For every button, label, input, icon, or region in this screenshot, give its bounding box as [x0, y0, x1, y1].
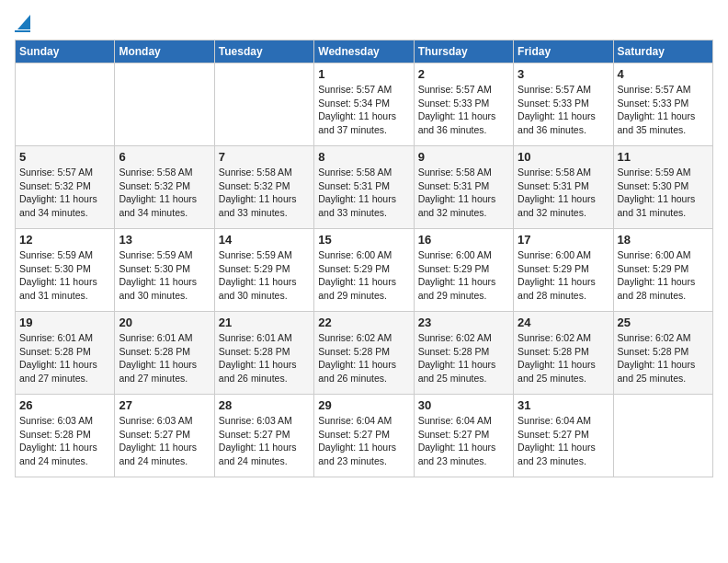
day-info: Sunrise: 6:03 AM Sunset: 5:28 PM Dayligh… [19, 414, 110, 468]
day-number: 24 [518, 316, 609, 329]
calendar-cell: 2Sunrise: 5:57 AM Sunset: 5:33 PM Daylig… [414, 63, 513, 146]
calendar-cell: 28Sunrise: 6:03 AM Sunset: 5:27 PM Dayli… [214, 395, 313, 477]
day-number: 21 [219, 316, 310, 329]
day-info: Sunrise: 6:00 AM Sunset: 5:29 PM Dayligh… [618, 248, 709, 303]
day-info: Sunrise: 5:59 AM Sunset: 5:30 PM Dayligh… [19, 248, 110, 303]
calendar-cell: 25Sunrise: 6:02 AM Sunset: 5:28 PM Dayli… [613, 312, 712, 395]
day-number: 9 [418, 150, 509, 164]
day-number: 14 [219, 233, 310, 247]
day-number: 2 [418, 67, 509, 81]
calendar-cell: 18Sunrise: 6:00 AM Sunset: 5:29 PM Dayli… [613, 229, 712, 312]
calendar-cell: 24Sunrise: 6:02 AM Sunset: 5:28 PM Dayli… [514, 312, 613, 395]
day-info: Sunrise: 6:01 AM Sunset: 5:28 PM Dayligh… [219, 331, 310, 385]
day-info: Sunrise: 6:02 AM Sunset: 5:28 PM Dayligh… [318, 331, 409, 385]
day-info: Sunrise: 5:57 AM Sunset: 5:33 PM Dayligh… [418, 83, 509, 137]
day-info: Sunrise: 5:57 AM Sunset: 5:34 PM Dayligh… [318, 83, 409, 137]
day-info: Sunrise: 5:58 AM Sunset: 5:31 PM Dayligh… [318, 166, 409, 220]
calendar-cell: 5Sunrise: 5:57 AM Sunset: 5:32 PM Daylig… [16, 146, 115, 229]
calendar-cell [115, 63, 214, 146]
calendar-cell: 13Sunrise: 5:59 AM Sunset: 5:30 PM Dayli… [115, 229, 214, 312]
calendar-week-row: 5Sunrise: 5:57 AM Sunset: 5:32 PM Daylig… [16, 146, 713, 229]
page-header [15, 15, 713, 32]
day-info: Sunrise: 5:58 AM Sunset: 5:31 PM Dayligh… [418, 166, 509, 220]
day-number: 31 [518, 398, 609, 412]
calendar-cell: 9Sunrise: 5:58 AM Sunset: 5:31 PM Daylig… [414, 146, 513, 229]
calendar-cell [214, 63, 313, 146]
day-info: Sunrise: 5:58 AM Sunset: 5:32 PM Dayligh… [119, 166, 210, 220]
day-info: Sunrise: 6:03 AM Sunset: 5:27 PM Dayligh… [119, 414, 210, 468]
day-number: 7 [219, 150, 310, 164]
day-number: 16 [418, 233, 509, 247]
calendar-cell: 10Sunrise: 5:58 AM Sunset: 5:31 PM Dayli… [514, 146, 613, 229]
calendar-header-row: SundayMondayTuesdayWednesdayThursdayFrid… [16, 40, 713, 63]
calendar-cell: 1Sunrise: 5:57 AM Sunset: 5:34 PM Daylig… [314, 63, 414, 146]
day-info: Sunrise: 6:02 AM Sunset: 5:28 PM Dayligh… [418, 331, 509, 385]
calendar-cell: 20Sunrise: 6:01 AM Sunset: 5:28 PM Dayli… [115, 312, 214, 395]
logo-underline [15, 30, 30, 32]
calendar-cell: 3Sunrise: 5:57 AM Sunset: 5:33 PM Daylig… [514, 63, 613, 146]
day-number: 18 [618, 233, 709, 247]
calendar-cell: 29Sunrise: 6:04 AM Sunset: 5:27 PM Dayli… [314, 395, 414, 477]
day-info: Sunrise: 5:58 AM Sunset: 5:32 PM Dayligh… [219, 166, 310, 220]
day-info: Sunrise: 5:57 AM Sunset: 5:33 PM Dayligh… [618, 83, 709, 137]
calendar-cell: 19Sunrise: 6:01 AM Sunset: 5:28 PM Dayli… [16, 312, 115, 395]
day-number: 20 [119, 316, 210, 329]
day-info: Sunrise: 6:03 AM Sunset: 5:27 PM Dayligh… [219, 414, 310, 468]
day-number: 1 [318, 67, 409, 81]
calendar-header-monday: Monday [115, 40, 214, 63]
calendar-header-tuesday: Tuesday [214, 40, 313, 63]
logo-arrow-icon [17, 15, 30, 29]
calendar-cell [16, 63, 115, 146]
day-info: Sunrise: 5:59 AM Sunset: 5:30 PM Dayligh… [618, 166, 709, 220]
calendar-header-thursday: Thursday [414, 40, 513, 63]
calendar-cell: 15Sunrise: 6:00 AM Sunset: 5:29 PM Dayli… [314, 229, 414, 312]
day-info: Sunrise: 6:04 AM Sunset: 5:27 PM Dayligh… [318, 414, 409, 468]
day-info: Sunrise: 6:00 AM Sunset: 5:29 PM Dayligh… [318, 248, 409, 303]
day-info: Sunrise: 5:57 AM Sunset: 5:32 PM Dayligh… [19, 166, 110, 220]
calendar-week-row: 12Sunrise: 5:59 AM Sunset: 5:30 PM Dayli… [16, 229, 713, 312]
day-number: 3 [518, 67, 609, 81]
day-number: 10 [518, 150, 609, 164]
day-info: Sunrise: 6:04 AM Sunset: 5:27 PM Dayligh… [418, 414, 509, 468]
calendar-cell: 26Sunrise: 6:03 AM Sunset: 5:28 PM Dayli… [16, 395, 115, 477]
day-number: 8 [318, 150, 409, 164]
calendar-cell: 17Sunrise: 6:00 AM Sunset: 5:29 PM Dayli… [514, 229, 613, 312]
calendar-header-friday: Friday [514, 40, 613, 63]
day-number: 23 [418, 316, 509, 329]
calendar-cell: 11Sunrise: 5:59 AM Sunset: 5:30 PM Dayli… [613, 146, 712, 229]
calendar-cell: 31Sunrise: 6:04 AM Sunset: 5:27 PM Dayli… [514, 395, 613, 477]
calendar-cell: 8Sunrise: 5:58 AM Sunset: 5:31 PM Daylig… [314, 146, 414, 229]
day-number: 29 [318, 398, 409, 412]
day-number: 19 [19, 316, 110, 329]
day-info: Sunrise: 6:00 AM Sunset: 5:29 PM Dayligh… [418, 248, 509, 303]
day-info: Sunrise: 6:04 AM Sunset: 5:27 PM Dayligh… [518, 414, 609, 468]
calendar-cell: 21Sunrise: 6:01 AM Sunset: 5:28 PM Dayli… [214, 312, 313, 395]
calendar-header-sunday: Sunday [16, 40, 115, 63]
day-number: 30 [418, 398, 509, 412]
day-info: Sunrise: 6:02 AM Sunset: 5:28 PM Dayligh… [618, 331, 709, 385]
day-number: 26 [19, 398, 110, 412]
calendar-cell: 7Sunrise: 5:58 AM Sunset: 5:32 PM Daylig… [214, 146, 313, 229]
day-info: Sunrise: 6:02 AM Sunset: 5:28 PM Dayligh… [518, 331, 609, 385]
calendar-week-row: 1Sunrise: 5:57 AM Sunset: 5:34 PM Daylig… [16, 63, 713, 146]
calendar-cell: 16Sunrise: 6:00 AM Sunset: 5:29 PM Dayli… [414, 229, 513, 312]
day-number: 13 [119, 233, 210, 247]
day-info: Sunrise: 6:01 AM Sunset: 5:28 PM Dayligh… [119, 331, 210, 385]
calendar-cell: 14Sunrise: 5:59 AM Sunset: 5:29 PM Dayli… [214, 229, 313, 312]
day-number: 15 [318, 233, 409, 247]
calendar-cell [613, 395, 712, 477]
calendar-week-row: 26Sunrise: 6:03 AM Sunset: 5:28 PM Dayli… [16, 395, 713, 477]
calendar-header-saturday: Saturday [613, 40, 712, 63]
calendar-cell: 22Sunrise: 6:02 AM Sunset: 5:28 PM Dayli… [314, 312, 414, 395]
calendar-cell: 27Sunrise: 6:03 AM Sunset: 5:27 PM Dayli… [115, 395, 214, 477]
day-info: Sunrise: 5:58 AM Sunset: 5:31 PM Dayligh… [518, 166, 609, 220]
calendar-week-row: 19Sunrise: 6:01 AM Sunset: 5:28 PM Dayli… [16, 312, 713, 395]
calendar-cell: 6Sunrise: 5:58 AM Sunset: 5:32 PM Daylig… [115, 146, 214, 229]
day-number: 12 [19, 233, 110, 247]
calendar-cell: 30Sunrise: 6:04 AM Sunset: 5:27 PM Dayli… [414, 395, 513, 477]
day-number: 11 [618, 150, 709, 164]
day-info: Sunrise: 5:59 AM Sunset: 5:29 PM Dayligh… [219, 248, 310, 303]
day-info: Sunrise: 6:01 AM Sunset: 5:28 PM Dayligh… [19, 331, 110, 385]
day-number: 17 [518, 233, 609, 247]
day-number: 22 [318, 316, 409, 329]
